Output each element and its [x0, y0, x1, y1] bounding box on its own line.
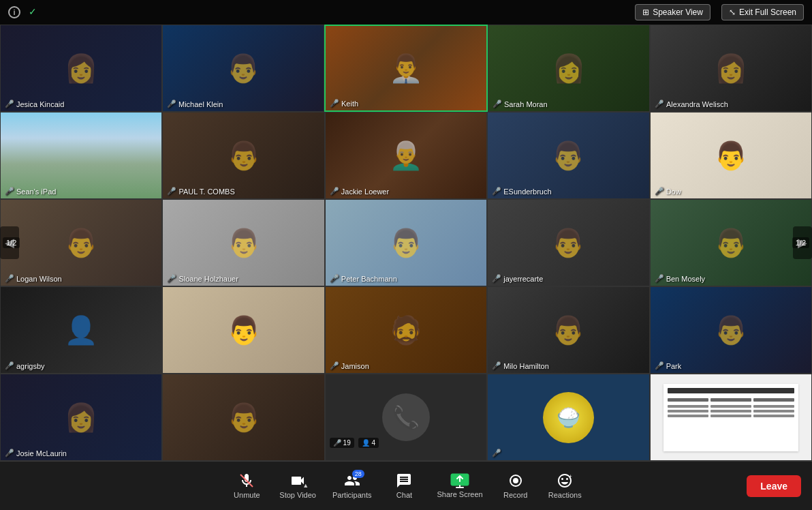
- record-button[interactable]: Record: [494, 468, 537, 503]
- video-cell-sloane-holzhauer: 👨 🎤 Sloane Holzhauer: [162, 199, 324, 286]
- participant-video: 👨: [651, 112, 811, 198]
- video-cell-paul-t-combs: 👨 🎤 PAUL T. COMBS: [162, 112, 324, 199]
- svg-point-3: [513, 478, 518, 483]
- participant-video: 👩: [488, 25, 649, 111]
- mic-icon: 🎤: [5, 449, 14, 457]
- video-row-3: 👤 🎤 agrigsby 👨 🧔 🎤 Jamison 👨 🎤 Milo Hami…: [0, 286, 812, 374]
- video-row-1: 🎤 Sean's iPad 👨 🎤 PAUL T. COMBS 👨‍🦳 🎤 Ja…: [0, 112, 812, 199]
- video-cell-jayerrecarte: 👨 🎤 jayerrecarte: [487, 199, 649, 286]
- stop-video-button[interactable]: ▲ Stop Video: [274, 468, 322, 503]
- mic-icon: 🎤: [167, 100, 176, 108]
- mic-icon: 🎤: [492, 449, 501, 457]
- phone-badge-1: 🎤 19: [330, 438, 354, 448]
- video-grid: 👩 🎤 Jesica Kincaid 👨 🎤 Michael Klein 👨‍💼…: [0, 25, 812, 461]
- video-cell-park: 👨 🎤 Park: [650, 286, 812, 374]
- participant-video: 👨: [488, 287, 649, 373]
- participant-video: 🧔: [326, 287, 486, 373]
- doc-title-line: [668, 388, 794, 393]
- mic-icon: 🎤: [655, 361, 664, 370]
- caret-icon: ▲: [302, 482, 309, 489]
- info-icon[interactable]: i: [8, 6, 20, 18]
- participant-name: 🎤 ESunderbruch: [492, 187, 551, 196]
- chat-button[interactable]: Chat: [382, 468, 426, 503]
- participant-video: 👨‍🦳: [326, 112, 486, 198]
- participant-name: 🎤: [492, 449, 501, 457]
- record-label: Record: [503, 491, 527, 499]
- video-cell-michael-klein: 👨 🎤 Michael Klein: [162, 25, 324, 112]
- mic-icon: 🎤: [655, 187, 664, 196]
- phone-badge-2: 👤 4: [358, 438, 379, 448]
- unmute-label: Unmute: [234, 491, 260, 499]
- video-cell-jamison: 🧔 🎤 Jamison: [325, 286, 487, 374]
- mic-icon: 🎤: [492, 187, 501, 196]
- doc-row: [668, 410, 794, 412]
- participant-name: 🎤 Michael Klein: [167, 100, 223, 108]
- leave-button[interactable]: Leave: [747, 475, 801, 497]
- video-cell-agrigsby: 👤 🎤 agrigsby: [0, 286, 162, 374]
- page-indicator-left: 1/2: [3, 237, 20, 248]
- phone-overlay: 🎤 19 👤 4: [330, 438, 379, 448]
- top-bar-left: i ✓: [8, 6, 41, 18]
- shield-icon: ✓: [29, 6, 41, 18]
- mic-icon: 🎤: [655, 274, 664, 283]
- rice-logo-icon: 🍚: [557, 406, 580, 429]
- video-cell-esunderbruch: 👨 🎤 ESunderbruch: [487, 112, 649, 199]
- participant-name: 🎤 jayerrecarte: [492, 274, 543, 283]
- video-cell-unknown1: 👨: [162, 286, 324, 374]
- video-cell-keith: 👨‍💼 🎤 Keith: [324, 25, 488, 112]
- participant-name: 🎤 Sloane Holzhauer: [167, 274, 238, 283]
- mic-icon: 🎤: [330, 99, 339, 108]
- participant-name: 🎤 Jamison: [330, 361, 369, 370]
- participant-video: 👨: [163, 112, 324, 198]
- participant-name: 🎤 Sean's iPad: [5, 187, 56, 196]
- share-screen-button[interactable]: Share Screen: [431, 469, 488, 502]
- mic-icon: 🎤: [5, 361, 14, 370]
- svg-text:+: +: [569, 473, 572, 479]
- exit-fullscreen-icon: ⤡: [729, 7, 736, 17]
- video-row-4: 👩 🎤 Josie McLaurin 👨 📞 🎤 19 👤 4 🍚: [0, 374, 812, 461]
- participant-name: 🎤 Peter Bachmann: [330, 274, 397, 283]
- video-cell-phone-user: 📞 🎤 19 👤 4: [325, 374, 487, 461]
- participant-name: 🎤 Logan Wilson: [5, 274, 62, 283]
- video-cell-alexandra-welisch: 👩 🎤 Alexandra Welisch: [650, 25, 812, 112]
- rice-logo-container: 🍚: [488, 374, 649, 460]
- phone-icon: 📞: [382, 393, 430, 441]
- video-cell-jackie-loewer: 👨‍🦳 🎤 Jackie Loewer: [325, 112, 487, 199]
- participant-video: 👨: [163, 25, 324, 111]
- video-row-0: 👩 🎤 Jesica Kincaid 👨 🎤 Michael Klein 👨‍💼…: [0, 25, 812, 112]
- video-cell-josie-mclaurin: 👩 🎤 Josie McLaurin: [0, 374, 162, 461]
- mic-icon: 🎤: [330, 361, 339, 370]
- participants-label: Participants: [332, 491, 371, 499]
- video-cell-doc: [650, 374, 812, 461]
- doc-row: [668, 415, 794, 417]
- participant-name: 🎤 Milo Hamilton: [492, 361, 549, 370]
- video-cell-row4-col1: 👨: [162, 374, 324, 461]
- chat-label: Chat: [396, 491, 412, 499]
- exit-fullscreen-label: Exit Full Screen: [739, 7, 796, 17]
- doc-row: [668, 398, 794, 402]
- participant-video: 👨: [163, 374, 324, 460]
- chat-icon: [396, 472, 412, 489]
- participant-video: 👨: [1, 200, 161, 286]
- reactions-icon: +: [557, 472, 573, 489]
- doc-row: [668, 405, 794, 408]
- participants-button[interactable]: 28 Participants: [327, 468, 377, 503]
- exit-fullscreen-button[interactable]: ⤡ Exit Full Screen: [721, 4, 804, 20]
- participant-video: 👩: [1, 25, 161, 111]
- mic-icon: 🎤: [492, 274, 501, 283]
- share-screen-label: Share Screen: [437, 490, 482, 498]
- video-cell-peter-bachmann: 👨 🎤 Peter Bachmann: [325, 199, 487, 286]
- participant-name: 🎤 agrigsby: [5, 361, 45, 370]
- video-cell-dow: 👨 🎤 Dow: [650, 112, 812, 199]
- mic-icon: 🎤: [655, 100, 664, 108]
- speaker-view-button[interactable]: ⊞ Speaker View: [635, 4, 710, 20]
- reactions-button[interactable]: + Reactions: [543, 468, 587, 503]
- participant-name: 🎤 Dow: [655, 187, 681, 196]
- top-bar: i ✓ ⊞ Speaker View ⤡ Exit Full Screen: [0, 0, 812, 25]
- mic-icon: 🎤: [167, 274, 176, 283]
- video-cell-rice-logo: 🍚 🎤: [487, 374, 649, 461]
- mic-icon: 🎤: [5, 100, 14, 108]
- participant-name: 🎤 Park: [655, 361, 682, 370]
- unmute-button[interactable]: Unmute: [225, 468, 268, 503]
- page-indicator-right: 1/2: [792, 237, 809, 248]
